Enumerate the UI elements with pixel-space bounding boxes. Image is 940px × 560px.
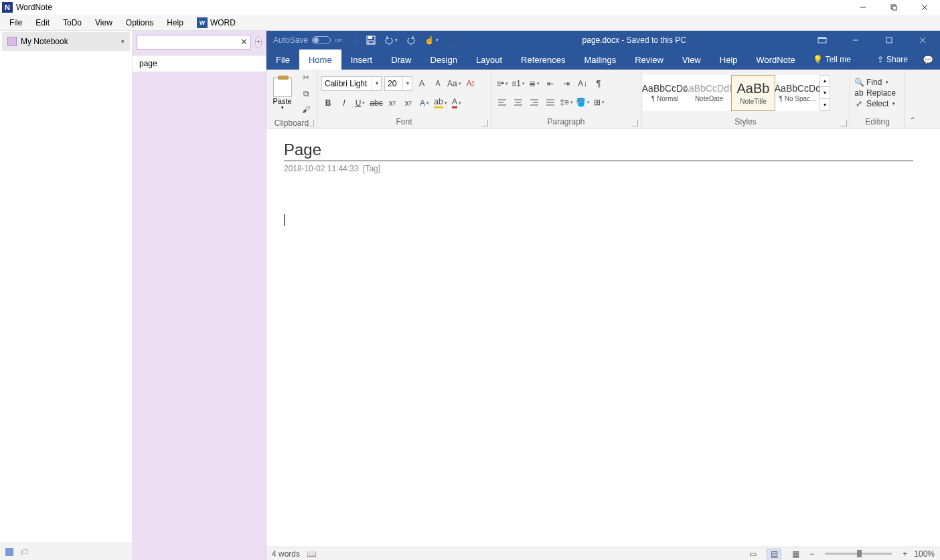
- show-marks-icon[interactable]: ¶: [592, 77, 605, 90]
- find-button[interactable]: 🔍Find▾: [854, 78, 896, 87]
- save-icon[interactable]: [364, 33, 378, 47]
- word-maximize-button[interactable]: [876, 31, 903, 50]
- chevron-down-icon[interactable]: ▾: [402, 77, 412, 90]
- font-size-combo[interactable]: ▾: [384, 76, 412, 91]
- style-notetitle[interactable]: AaBb NoteTitle: [731, 75, 775, 111]
- tab-file[interactable]: File: [266, 50, 299, 70]
- copy-icon[interactable]: ⧉: [299, 87, 313, 100]
- word-close-button[interactable]: [909, 31, 936, 50]
- text-effects-icon[interactable]: A▾: [418, 96, 431, 110]
- zoom-level[interactable]: 100%: [914, 549, 935, 559]
- search-box[interactable]: ✕: [137, 35, 251, 50]
- dialog-launcher-icon[interactable]: [481, 120, 488, 126]
- maximize-button[interactable]: [878, 0, 909, 15]
- menu-view[interactable]: View: [88, 16, 119, 29]
- menu-file[interactable]: File: [3, 16, 29, 29]
- spellcheck-icon[interactable]: 📖: [307, 549, 317, 559]
- sync-icon[interactable]: [5, 548, 13, 556]
- sort-icon[interactable]: A↓: [576, 77, 589, 90]
- styles-down-icon[interactable]: ▾: [820, 87, 830, 99]
- tab-review[interactable]: Review: [625, 50, 673, 70]
- replace-button[interactable]: abReplace: [854, 88, 896, 98]
- style-nospacing[interactable]: AaBbCcDc ¶ No Spac...: [775, 75, 819, 111]
- align-right-icon[interactable]: [528, 96, 541, 109]
- styles-up-icon[interactable]: ▴: [820, 76, 830, 88]
- font-name-combo[interactable]: ▾: [321, 76, 382, 91]
- underline-icon[interactable]: U▾: [354, 96, 367, 110]
- word-count[interactable]: 4 words: [272, 549, 300, 559]
- read-mode-icon[interactable]: ▭: [745, 549, 760, 559]
- zoom-in-button[interactable]: +: [903, 549, 907, 559]
- redo-icon[interactable]: [404, 33, 418, 47]
- strikethrough-icon[interactable]: abc: [370, 96, 383, 110]
- minimize-button[interactable]: [848, 0, 878, 15]
- select-button[interactable]: ⤢Select▾: [854, 99, 896, 108]
- bold-icon[interactable]: B: [321, 96, 335, 110]
- comments-icon[interactable]: 💬: [916, 50, 940, 70]
- chevron-down-icon[interactable]: ▾: [372, 77, 381, 90]
- font-name-input[interactable]: [322, 79, 372, 88]
- qat-customize-icon[interactable]: ▾: [445, 33, 459, 47]
- tag-icon[interactable]: 🏷: [20, 547, 28, 557]
- font-size-input[interactable]: [385, 79, 402, 88]
- zoom-slider[interactable]: [825, 553, 892, 555]
- shading-icon[interactable]: 🪣▾: [576, 96, 590, 109]
- document-area[interactable]: Page 2018-10-02 11:44:33 [Tag]: [266, 128, 940, 547]
- numbering-icon[interactable]: ≡1▾: [512, 77, 525, 90]
- tab-home[interactable]: Home: [299, 50, 341, 70]
- print-layout-icon[interactable]: ▤: [767, 549, 781, 559]
- menu-help[interactable]: Help: [160, 16, 190, 29]
- font-color-icon[interactable]: A▾: [450, 96, 463, 110]
- line-spacing-icon[interactable]: ‡≡▾: [560, 96, 573, 109]
- clear-search-icon[interactable]: ✕: [240, 37, 248, 47]
- tab-mailings[interactable]: Mailings: [575, 50, 626, 70]
- dialog-launcher-icon[interactable]: [631, 120, 638, 126]
- tab-insert[interactable]: Insert: [341, 50, 382, 70]
- undo-icon[interactable]: ▾: [384, 33, 398, 47]
- tab-design[interactable]: Design: [421, 50, 467, 70]
- tab-layout[interactable]: Layout: [467, 50, 512, 70]
- grow-font-icon[interactable]: A: [415, 77, 428, 90]
- cut-icon[interactable]: ✂: [299, 71, 313, 84]
- share-button[interactable]: ⇪ Share: [869, 50, 916, 70]
- note-title[interactable]: Page: [284, 141, 913, 161]
- bullets-icon[interactable]: ≡•▾: [495, 77, 509, 90]
- superscript-icon[interactable]: x2: [402, 96, 415, 110]
- tab-draw[interactable]: Draw: [382, 50, 420, 70]
- italic-icon[interactable]: I: [337, 96, 351, 110]
- align-center-icon[interactable]: [512, 96, 525, 109]
- clear-formatting-icon[interactable]: A⃠: [464, 77, 477, 90]
- style-normal[interactable]: AaBbCcDc ¶ Normal: [643, 75, 687, 111]
- paste-button[interactable]: Paste ▾: [270, 77, 294, 110]
- dialog-launcher-icon[interactable]: [840, 120, 847, 126]
- menu-word[interactable]: W WORD: [190, 15, 242, 30]
- touch-mode-icon[interactable]: ☝▾: [424, 33, 439, 47]
- multilevel-list-icon[interactable]: ≣▾: [528, 77, 541, 90]
- tell-me[interactable]: 💡 Tell me: [805, 50, 859, 70]
- note-tag[interactable]: [Tag]: [363, 164, 380, 173]
- close-button[interactable]: [909, 0, 940, 15]
- menu-options[interactable]: Options: [119, 16, 160, 29]
- shrink-font-icon[interactable]: A: [431, 77, 445, 90]
- menu-edit[interactable]: Edit: [29, 16, 56, 29]
- menu-todo[interactable]: ToDo: [56, 16, 88, 29]
- format-painter-icon[interactable]: 🖌: [299, 103, 313, 116]
- decrease-indent-icon[interactable]: ⇤: [544, 77, 557, 90]
- notebook-selector[interactable]: My Notebook ▾: [2, 32, 130, 51]
- tab-help[interactable]: Help: [710, 50, 747, 70]
- tab-wordnote[interactable]: WordNote: [747, 50, 805, 70]
- autosave-toggle[interactable]: AutoSave Off: [266, 35, 349, 45]
- align-left-icon[interactable]: [495, 96, 509, 109]
- search-input[interactable]: [140, 37, 240, 47]
- dialog-launcher-icon[interactable]: [307, 120, 314, 126]
- styles-gallery-nav[interactable]: ▴ ▾ ▾: [819, 75, 830, 111]
- add-page-button[interactable]: +: [255, 36, 262, 48]
- tab-view[interactable]: View: [673, 50, 710, 70]
- web-layout-icon[interactable]: ▦: [788, 549, 803, 559]
- change-case-icon[interactable]: Aa▾: [447, 77, 461, 90]
- style-notedate[interactable]: AaBbCcDdE NoteDate: [687, 75, 731, 111]
- highlight-icon[interactable]: ab▾: [434, 96, 447, 110]
- styles-expand-icon[interactable]: ▾: [820, 99, 830, 110]
- word-ribbon-display-icon[interactable]: [809, 31, 836, 50]
- tab-references[interactable]: References: [512, 50, 574, 70]
